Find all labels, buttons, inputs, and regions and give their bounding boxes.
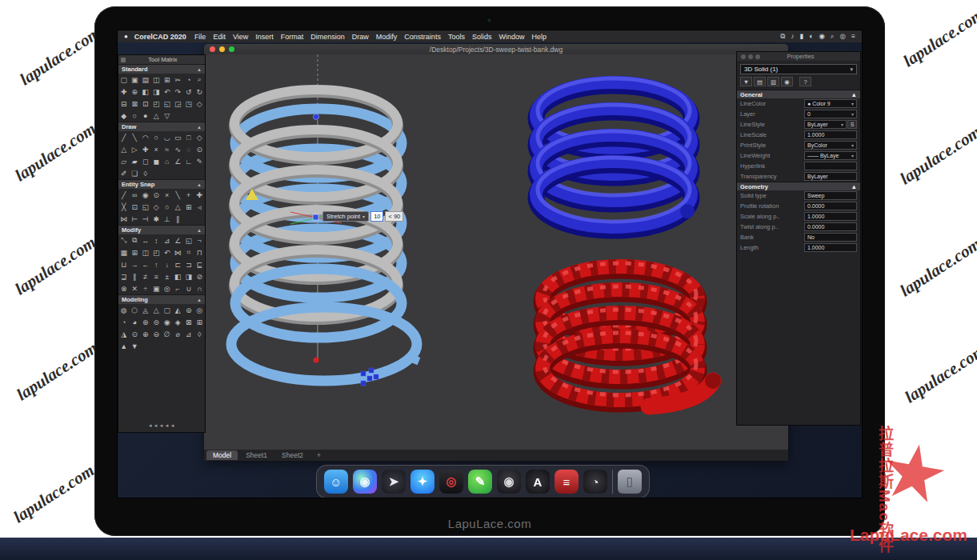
tool-icon[interactable]: ≡ bbox=[151, 270, 162, 282]
tool-icon[interactable]: ◔ bbox=[118, 316, 130, 328]
tool-icon[interactable]: ◭ bbox=[173, 304, 184, 316]
siri-icon[interactable]: ◎ bbox=[840, 32, 846, 41]
tool-icon[interactable]: ⊞ bbox=[194, 316, 206, 328]
property-value[interactable] bbox=[804, 162, 857, 170]
tool-icon[interactable]: ⊠ bbox=[183, 316, 194, 328]
property-value[interactable]: ByColor▾ bbox=[804, 141, 857, 150]
menu-item-constraints[interactable]: Constraints bbox=[404, 33, 441, 41]
collapse-icon[interactable]: ▲ bbox=[197, 67, 202, 72]
tab-model[interactable]: Model bbox=[206, 450, 238, 460]
tool-icon[interactable]: ⊑ bbox=[194, 258, 206, 270]
section-header-draw[interactable]: Draw▲ bbox=[118, 122, 205, 131]
tool-icon[interactable]: ¬ bbox=[194, 234, 206, 246]
tool-icon[interactable]: ▼ bbox=[130, 340, 141, 352]
sliders-app-icon[interactable]: ≡ bbox=[555, 470, 579, 494]
tool-icon[interactable]: △ bbox=[151, 110, 162, 122]
menu-item-tools[interactable]: Tools bbox=[448, 33, 465, 41]
palette-overflow-arrows[interactable]: ◄◄◄◄◄ bbox=[118, 423, 205, 428]
camera-app-icon[interactable]: ◉ bbox=[497, 470, 521, 494]
tool-icon[interactable]: × bbox=[151, 143, 162, 155]
tool-icon[interactable]: △ bbox=[151, 304, 162, 316]
tool-icon[interactable]: + bbox=[183, 189, 194, 201]
tool-icon[interactable]: ◆ bbox=[118, 110, 130, 122]
control-center-icon[interactable]: ≡ bbox=[851, 32, 855, 41]
tool-icon[interactable]: ◉ bbox=[162, 316, 173, 328]
tool-icon[interactable]: ± bbox=[162, 270, 173, 282]
tool-icon[interactable]: ◨ bbox=[151, 86, 162, 98]
tool-icon[interactable]: ╱ bbox=[118, 189, 130, 201]
close-button[interactable] bbox=[210, 46, 215, 52]
section-header-modify[interactable]: Modify▲ bbox=[118, 225, 205, 234]
tool-icon[interactable]: ⊐ bbox=[183, 258, 194, 270]
tool-icon[interactable]: ⊚ bbox=[183, 304, 194, 316]
tool-icon[interactable]: ∪ bbox=[183, 282, 194, 294]
tool-icon[interactable]: ◇ bbox=[194, 131, 206, 143]
tool-icon[interactable]: ○ bbox=[151, 131, 162, 143]
alphabetic-view-button[interactable]: ▥ bbox=[767, 77, 779, 86]
tool-icon[interactable]: ▢ bbox=[162, 304, 173, 316]
tool-icon[interactable]: ◻ bbox=[140, 155, 151, 167]
property-value[interactable]: 0.0000 bbox=[804, 222, 857, 231]
tool-icon[interactable]: ⌀ bbox=[173, 328, 184, 340]
tool-icon[interactable]: ○ bbox=[130, 110, 141, 122]
tool-icon[interactable]: ✂ bbox=[173, 74, 184, 86]
property-value[interactable]: 1.0000 bbox=[804, 212, 857, 221]
tool-icon[interactable]: ◎ bbox=[194, 304, 206, 316]
property-value[interactable]: ● Color 9▾ bbox=[804, 99, 857, 108]
tool-icon[interactable]: ◍ bbox=[118, 304, 130, 316]
property-value[interactable]: 1.0000 bbox=[804, 243, 857, 252]
filter-button[interactable]: ▼ bbox=[740, 77, 752, 86]
siri-icon[interactable]: ◉ bbox=[353, 470, 377, 494]
tool-icon[interactable]: ∠ bbox=[173, 234, 184, 246]
tool-icon[interactable]: ↑ bbox=[151, 258, 162, 270]
tool-icon[interactable]: ≠ bbox=[140, 270, 151, 282]
property-value[interactable]: 0.0000 bbox=[804, 202, 857, 210]
chevron-down-icon[interactable]: ▾ bbox=[362, 214, 365, 219]
tool-icon[interactable]: ∿ bbox=[173, 143, 184, 155]
tool-icon[interactable]: ⊞ bbox=[130, 246, 141, 258]
tool-icon[interactable]: ∞ bbox=[130, 189, 141, 201]
tool-icon[interactable]: ▢ bbox=[118, 74, 130, 86]
properties-section-geometry[interactable]: Geometry▲ bbox=[737, 182, 860, 190]
collapse-icon[interactable]: ▲ bbox=[197, 182, 202, 187]
tool-icon[interactable]: ⬡ bbox=[130, 304, 141, 316]
menu-item-file[interactable]: File bbox=[194, 33, 206, 41]
tool-icon[interactable]: ▽ bbox=[162, 110, 173, 122]
add-sheet-button[interactable]: + bbox=[317, 451, 321, 459]
tool-icon[interactable]: ⧉ bbox=[130, 234, 141, 246]
tool-icon[interactable]: ▲ bbox=[118, 340, 130, 352]
tool-icon[interactable]: ◃ bbox=[194, 201, 206, 213]
tool-icon[interactable]: ✕ bbox=[130, 282, 141, 294]
tool-icon[interactable]: ✚ bbox=[194, 189, 206, 201]
tool-icon[interactable]: ⊡ bbox=[130, 201, 141, 213]
tool-icon[interactable]: ⊟ bbox=[118, 98, 130, 110]
tool-icon[interactable]: ⊡ bbox=[140, 98, 151, 110]
tool-icon[interactable]: ∅ bbox=[162, 328, 173, 340]
tool-icon[interactable]: ◕ bbox=[130, 316, 141, 328]
tool-icon[interactable]: ⊢ bbox=[130, 213, 141, 225]
tool-icon[interactable]: ∥ bbox=[130, 270, 141, 282]
tool-icon[interactable]: ◱ bbox=[162, 98, 173, 110]
tool-icon[interactable]: ⌕ bbox=[194, 74, 206, 86]
tool-icon[interactable]: ◡ bbox=[162, 131, 173, 143]
tool-icon[interactable]: ◊ bbox=[140, 167, 151, 179]
tool-icon[interactable]: ✚ bbox=[140, 143, 151, 155]
tool-icon[interactable]: ◇ bbox=[151, 201, 162, 213]
tool-icon[interactable]: ◼ bbox=[151, 155, 162, 167]
tool-icon[interactable]: ⊿ bbox=[183, 328, 194, 340]
property-value[interactable]: ByLayer bbox=[804, 172, 857, 181]
selected-sweep-solid[interactable] bbox=[231, 90, 420, 381]
drawing-canvas[interactable]: Stretch point ▾ 10 < 90 bbox=[204, 54, 788, 450]
tool-icon[interactable]: × bbox=[162, 189, 173, 201]
tool-icon[interactable]: ◱ bbox=[140, 201, 151, 213]
tool-icon[interactable]: ✚ bbox=[118, 86, 130, 98]
menu-item-draw[interactable]: Draw bbox=[352, 33, 369, 41]
tool-icon[interactable]: ◊ bbox=[194, 328, 206, 340]
tool-icon[interactable]: ⋈ bbox=[118, 213, 130, 225]
tool-icon[interactable]: ▰ bbox=[130, 155, 141, 167]
tool-icon[interactable]: ⊛ bbox=[140, 316, 151, 328]
tool-icon[interactable]: ◇ bbox=[194, 98, 206, 110]
menu-item-view[interactable]: View bbox=[233, 33, 248, 41]
tool-icon[interactable]: ◨ bbox=[183, 270, 194, 282]
menu-item-modify[interactable]: Modify bbox=[376, 33, 398, 41]
